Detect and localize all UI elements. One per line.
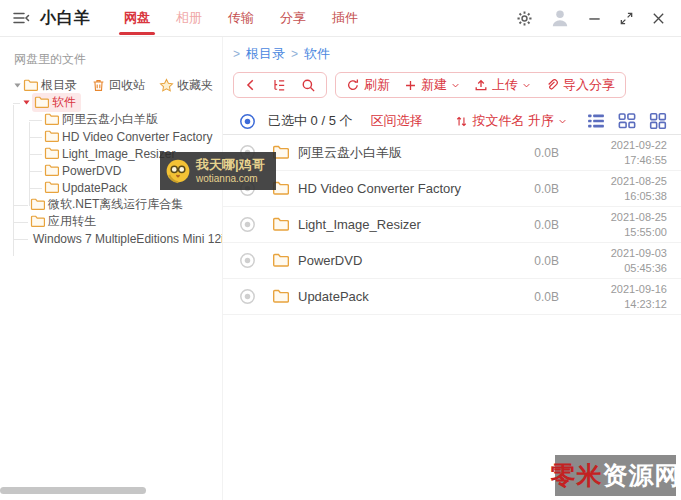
file-name: PowerDVD <box>298 253 509 268</box>
file-timestamp: 2021-09-1614:23:12 <box>589 282 667 312</box>
tree-view-button[interactable] <box>272 78 287 93</box>
tree-item-label: Windows 7 MultipleEditions Mini 12in1 <box>33 232 237 246</box>
tree-item-label: 根目录 <box>41 77 77 94</box>
search-button[interactable] <box>301 78 316 93</box>
tab-album[interactable]: 相册 <box>163 0 215 36</box>
file-size: 0.0B <box>509 290 559 304</box>
tab-netdisk[interactable]: 网盘 <box>111 0 163 36</box>
action-tool-group: 刷新 新建 上传 导入分享 <box>335 72 626 98</box>
watermark-wotianna: 我天哪|鸡哥 wotianna.com <box>160 152 276 190</box>
breadcrumb-root[interactable]: 根目录 <box>246 45 285 63</box>
sort-control[interactable]: 按文件名 升序 <box>455 112 567 130</box>
tree-item-label: UpdatePack <box>62 181 127 195</box>
file-timestamp: 2021-08-2515:55:00 <box>589 210 667 240</box>
upload-label: 上传 <box>492 76 518 94</box>
row-radio[interactable] <box>239 252 256 269</box>
tab-share[interactable]: 分享 <box>267 0 319 36</box>
tab-transfer[interactable]: 传输 <box>215 0 267 36</box>
large-grid-view-icon[interactable] <box>649 112 667 130</box>
sort-arrows-icon <box>455 115 468 128</box>
file-name: UpdatePack <box>298 289 509 304</box>
new-button[interactable]: 新建 <box>404 76 460 94</box>
toolbar: 刷新 新建 上传 导入分享 <box>233 72 681 98</box>
file-list-header: 已选中 0 / 5 个 区间选择 按文件名 升序 <box>223 108 681 135</box>
topbar: 小白羊 网盘 相册 传输 分享 插件 <box>0 0 681 37</box>
tree-item-label: 应用转生 <box>48 213 96 230</box>
breadcrumb-separator: > <box>233 47 240 61</box>
tree-item-label: PowerDVD <box>62 164 121 178</box>
folder-icon <box>30 214 45 229</box>
collapse-sidebar-icon[interactable] <box>12 10 30 26</box>
breadcrumb: > 根目录 > 软件 <box>233 45 681 63</box>
file-row[interactable]: HD Video Converter Factory 0.0B 2021-08-… <box>223 171 681 207</box>
file-size: 0.0B <box>509 146 559 160</box>
nav-tool-group <box>233 72 327 98</box>
tree-item[interactable]: 微软.NET离线运行库合集 <box>0 196 222 213</box>
minimize-button[interactable] <box>587 11 602 26</box>
selection-count: 已选中 0 / 5 个 <box>268 112 353 130</box>
folder-icon <box>44 129 59 144</box>
tree-item[interactable]: 应用转生 <box>0 213 222 230</box>
user-avatar-icon[interactable] <box>550 8 570 28</box>
file-row[interactable]: Light_Image_Resizer 0.0B 2021-08-2515:55… <box>223 207 681 243</box>
app-title: 小白羊 <box>40 8 91 29</box>
tree-item-label: 软件 <box>52 94 76 111</box>
expand-caret-icon[interactable] <box>21 97 32 108</box>
row-radio[interactable] <box>239 216 256 233</box>
tree-item-recycle[interactable]: 回收站 <box>91 77 145 94</box>
tree-item-label: 微软.NET离线运行库合集 <box>48 196 183 213</box>
file-name: 阿里云盘小白羊版 <box>298 144 509 162</box>
file-timestamp: 2021-09-2217:46:55 <box>589 138 667 168</box>
settings-gear-icon[interactable] <box>516 10 533 27</box>
watermark-lingmi: 零米 资源网 <box>555 455 676 496</box>
file-timestamp: 2021-09-0305:45:36 <box>589 246 667 276</box>
file-size: 0.0B <box>509 254 559 268</box>
select-all-radio[interactable] <box>239 113 256 130</box>
list-view-icon[interactable] <box>587 112 605 130</box>
tree-item[interactable]: 阿里云盘小白羊版 <box>0 111 222 128</box>
breadcrumb-current[interactable]: 软件 <box>304 45 330 63</box>
tree-item-label: 回收站 <box>109 77 145 94</box>
refresh-button[interactable]: 刷新 <box>346 76 390 94</box>
sidebar: 网盘里的文件 根目录 回收站 收藏夹 软件 阿里云盘 <box>0 37 222 500</box>
import-share-button[interactable]: 导入分享 <box>545 76 615 94</box>
file-list: 阿里云盘小白羊版 0.0B 2021-09-2217:46:55 HD Vide… <box>223 135 681 315</box>
refresh-icon <box>346 78 360 92</box>
tree-item-label: Light_Image_Resizer <box>62 147 175 161</box>
tab-plugins[interactable]: 插件 <box>319 0 371 36</box>
folder-icon <box>30 197 45 212</box>
sidebar-section-title: 网盘里的文件 <box>14 51 222 68</box>
horizontal-scrollbar[interactable] <box>0 487 146 494</box>
tree-item[interactable]: Windows 7 MultipleEditions Mini 12in1 <box>0 230 222 247</box>
tree-item[interactable]: HD Video Converter Factory <box>0 128 222 145</box>
folder-icon <box>272 288 289 305</box>
view-mode-switcher <box>587 112 667 130</box>
watermark-url: wotianna.com <box>196 173 265 184</box>
tree-item-software[interactable]: 软件 <box>0 94 222 111</box>
file-row[interactable]: 阿里云盘小白羊版 0.0B 2021-09-2217:46:55 <box>223 135 681 171</box>
main-tabs: 网盘 相册 传输 分享 插件 <box>111 0 371 36</box>
row-radio[interactable] <box>239 288 256 305</box>
trash-icon <box>91 78 106 93</box>
expand-caret-icon[interactable] <box>12 80 23 91</box>
upload-button[interactable]: 上传 <box>474 76 531 94</box>
maximize-button[interactable] <box>619 11 634 26</box>
file-row[interactable]: UpdatePack 0.0B 2021-09-1614:23:12 <box>223 279 681 315</box>
file-size: 0.0B <box>509 218 559 232</box>
close-button[interactable] <box>651 11 666 26</box>
range-select-button[interactable]: 区间选择 <box>371 112 423 130</box>
back-button[interactable] <box>244 78 258 92</box>
file-row[interactable]: PowerDVD 0.0B 2021-09-0305:45:36 <box>223 243 681 279</box>
folder-icon <box>23 78 38 93</box>
star-icon <box>159 78 174 93</box>
tree-item-favorites[interactable]: 收藏夹 <box>159 77 213 94</box>
folder-icon <box>44 146 59 161</box>
import-share-label: 导入分享 <box>563 76 615 94</box>
folder-icon <box>272 252 289 269</box>
watermark-text: 资源网 <box>603 459 681 492</box>
file-timestamp: 2021-08-2516:05:38 <box>589 174 667 204</box>
tree-item-label: 阿里云盘小白羊版 <box>62 111 158 128</box>
main-panel: > 根目录 > 软件 刷新 新建 上传 <box>222 37 681 500</box>
medium-grid-view-icon[interactable] <box>618 112 636 130</box>
tree-item-root[interactable]: 根目录 回收站 收藏夹 <box>0 76 222 94</box>
